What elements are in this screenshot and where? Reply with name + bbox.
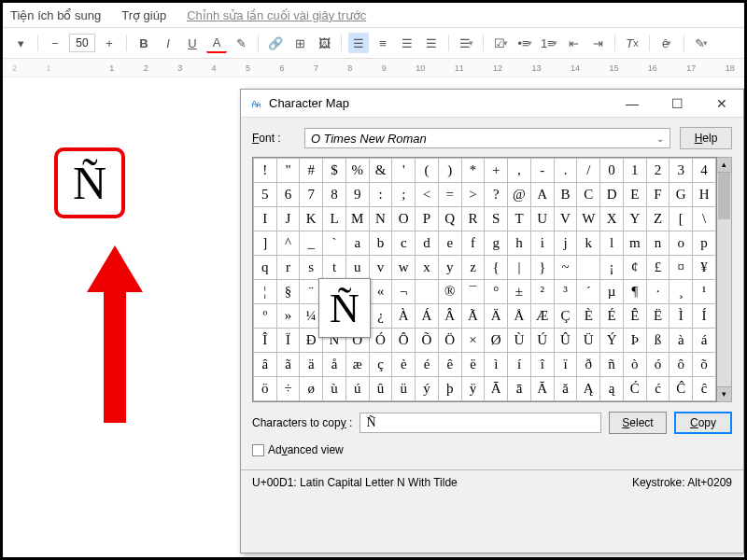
character-cell[interactable]: ø bbox=[300, 377, 323, 401]
insert-image-button[interactable]: 🖼 bbox=[314, 33, 334, 53]
character-cell[interactable]: À bbox=[392, 304, 416, 329]
character-cell[interactable]: 8 bbox=[323, 183, 346, 207]
character-cell[interactable]: þ bbox=[438, 377, 461, 401]
character-cell[interactable]: 3 bbox=[669, 159, 693, 183]
menu-addons[interactable]: Tiện ích bổ sung bbox=[10, 8, 101, 22]
align-justify-button[interactable]: ☰ bbox=[421, 33, 442, 53]
style-dropdown[interactable]: ▾ bbox=[10, 33, 31, 53]
character-cell[interactable]: < bbox=[416, 183, 439, 207]
character-cell[interactable]: v bbox=[369, 256, 392, 280]
character-cell[interactable]: ã bbox=[276, 353, 300, 377]
character-cell[interactable]: a bbox=[345, 231, 369, 256]
character-cell[interactable]: t bbox=[323, 256, 346, 280]
character-cell[interactable]: s bbox=[300, 256, 323, 280]
character-cell[interactable]: : bbox=[369, 183, 392, 207]
maximize-button[interactable]: ☐ bbox=[663, 96, 691, 111]
character-cell[interactable]: Ă bbox=[530, 377, 554, 401]
character-cell[interactable]: ¦ bbox=[254, 280, 277, 304]
character-cell[interactable]: Ä bbox=[485, 304, 508, 329]
character-cell[interactable]: l bbox=[600, 231, 624, 256]
character-cell[interactable]: H bbox=[693, 183, 716, 207]
character-cell[interactable]: Ĉ bbox=[669, 377, 693, 401]
character-cell[interactable]: à bbox=[669, 329, 693, 353]
character-cell[interactable]: P bbox=[416, 207, 439, 231]
character-cell[interactable]: e bbox=[438, 231, 461, 256]
character-cell[interactable]: ÷ bbox=[276, 377, 300, 401]
character-cell[interactable]: V bbox=[554, 207, 577, 231]
character-cell[interactable]: X bbox=[600, 207, 624, 231]
character-cell[interactable]: Õ bbox=[416, 329, 439, 353]
align-center-button[interactable]: ≡ bbox=[373, 33, 393, 53]
character-cell[interactable]: K bbox=[300, 207, 323, 231]
character-cell[interactable]: Q bbox=[438, 207, 461, 231]
character-cell[interactable]: | bbox=[508, 256, 531, 280]
character-cell[interactable]: ; bbox=[392, 183, 416, 207]
font-select[interactable]: O Times New Roman⌄ bbox=[304, 128, 670, 148]
character-cell[interactable]: Z bbox=[646, 207, 669, 231]
character-cell[interactable]: î bbox=[530, 353, 554, 377]
character-cell[interactable]: ® bbox=[438, 280, 461, 304]
character-cell[interactable]: 6 bbox=[276, 183, 300, 207]
character-cell[interactable]: } bbox=[530, 256, 554, 280]
character-cell[interactable]: Ý bbox=[600, 329, 624, 353]
character-cell[interactable]: . bbox=[554, 159, 577, 183]
character-cell[interactable]: ð bbox=[577, 353, 600, 377]
character-cell[interactable]: ì bbox=[485, 353, 508, 377]
character-cell[interactable]: ) bbox=[438, 159, 461, 183]
character-cell[interactable]: Ô bbox=[392, 329, 416, 353]
character-cell[interactable]: 0 bbox=[600, 159, 624, 183]
character-cell[interactable] bbox=[577, 256, 600, 280]
character-cell[interactable]: o bbox=[669, 231, 693, 256]
select-button[interactable]: Select bbox=[609, 412, 667, 434]
menu-help[interactable]: Trợ giúp bbox=[121, 8, 166, 22]
character-cell[interactable]: 9 bbox=[345, 183, 369, 207]
character-cell[interactable]: @ bbox=[508, 183, 531, 207]
character-cell[interactable]: ý bbox=[416, 377, 439, 401]
character-cell[interactable]: ¹ bbox=[693, 280, 716, 304]
character-cell[interactable]: ¢ bbox=[623, 256, 646, 280]
character-cell[interactable]: ą bbox=[600, 377, 624, 401]
character-cell[interactable]: b bbox=[369, 231, 392, 256]
character-cell[interactable]: + bbox=[485, 159, 508, 183]
character-cell[interactable]: k bbox=[577, 231, 600, 256]
character-cell[interactable]: » bbox=[276, 304, 300, 329]
font-size-decrease[interactable]: − bbox=[45, 33, 65, 53]
character-cell[interactable]: ă bbox=[554, 377, 577, 401]
character-cell[interactable]: U bbox=[530, 207, 554, 231]
character-cell[interactable]: Ï bbox=[276, 329, 300, 353]
character-cell[interactable]: è bbox=[392, 353, 416, 377]
character-cell[interactable]: ò bbox=[623, 353, 646, 377]
character-cell[interactable]: E bbox=[623, 183, 646, 207]
character-cell[interactable]: · bbox=[646, 280, 669, 304]
character-cell[interactable]: « bbox=[369, 280, 392, 304]
character-cell[interactable]: ± bbox=[508, 280, 531, 304]
character-cell[interactable]: ] bbox=[254, 231, 277, 256]
font-size-increase[interactable]: + bbox=[99, 33, 120, 53]
character-cell[interactable]: ~ bbox=[554, 256, 577, 280]
character-cell[interactable]: È bbox=[577, 304, 600, 329]
character-cell[interactable]: Ç bbox=[554, 304, 577, 329]
character-cell[interactable]: M bbox=[345, 207, 369, 231]
character-cell[interactable]: [ bbox=[669, 207, 693, 231]
character-cell[interactable]: £ bbox=[646, 256, 669, 280]
character-cell[interactable]: ú bbox=[345, 377, 369, 401]
character-cell[interactable]: â bbox=[254, 353, 277, 377]
character-cell[interactable]: # bbox=[300, 159, 323, 183]
align-right-button[interactable]: ☰ bbox=[397, 33, 417, 53]
character-cell[interactable]: G bbox=[669, 183, 693, 207]
character-cell[interactable]: ĉ bbox=[693, 377, 716, 401]
character-cell[interactable]: Ë bbox=[646, 304, 669, 329]
close-button[interactable]: ✕ bbox=[708, 96, 736, 111]
character-cell[interactable]: 2 bbox=[646, 159, 669, 183]
character-cell[interactable]: A bbox=[530, 183, 554, 207]
character-cell[interactable]: Ê bbox=[623, 304, 646, 329]
character-cell[interactable]: Ì bbox=[669, 304, 693, 329]
character-cell[interactable]: ć bbox=[646, 377, 669, 401]
character-cell[interactable]: 5 bbox=[254, 183, 277, 207]
checklist-button[interactable]: ☑▾ bbox=[490, 33, 511, 53]
character-cell[interactable]: i bbox=[530, 231, 554, 256]
character-cell[interactable]: Ö bbox=[438, 329, 461, 353]
character-cell[interactable]: ^ bbox=[276, 231, 300, 256]
character-cell[interactable]: ñ bbox=[600, 353, 624, 377]
character-cell[interactable]: N bbox=[369, 207, 392, 231]
